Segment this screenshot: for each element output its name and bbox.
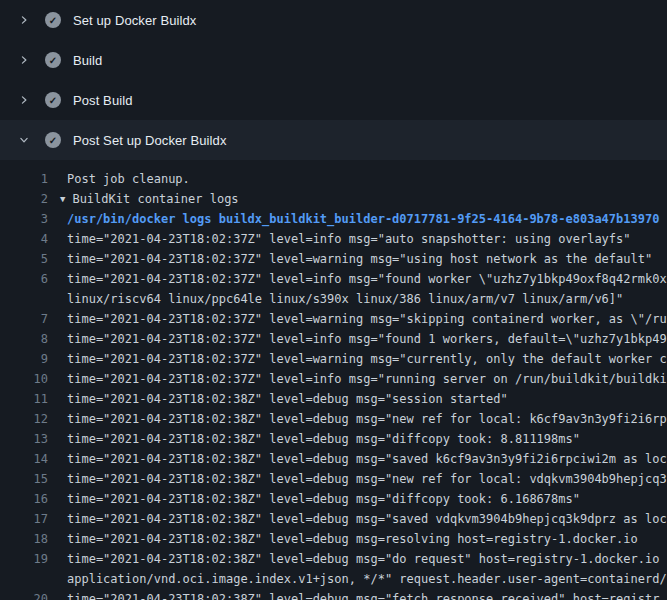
log-line: 8 time="2021-04-23T18:02:37Z" level=info… [0,329,667,349]
line-number[interactable]: 5 [0,249,60,269]
log-line: 11 time="2021-04-23T18:02:38Z" level=deb… [0,389,667,409]
line-number[interactable] [0,569,60,589]
line-text: time="2021-04-23T18:02:37Z" level=warnin… [67,249,652,269]
line-number[interactable]: 13 [0,429,60,449]
step-header-post-build[interactable]: ✓ Post Build [0,80,667,120]
group-toggle-icon[interactable] [60,489,67,509]
line-number[interactable]: 17 [0,509,60,529]
step-label: Set up Docker Buildx [73,13,196,28]
line-text: time="2021-04-23T18:02:38Z" level=debug … [67,529,638,549]
line-text: Post job cleanup. [67,169,190,189]
log-line: 15 time="2021-04-23T18:02:38Z" level=deb… [0,469,667,489]
line-number[interactable]: 8 [0,329,60,349]
line-number[interactable]: 18 [0,529,60,549]
group-toggle-icon[interactable] [60,389,67,409]
group-toggle-icon[interactable] [60,429,67,449]
check-circle-icon: ✓ [45,12,61,28]
step-header-post-set-up-docker-buildx[interactable]: ✓ Post Set up Docker Buildx [0,120,667,160]
line-text: time="2021-04-23T18:02:38Z" level=debug … [67,589,659,600]
line-text: time="2021-04-23T18:02:38Z" level=debug … [67,449,667,469]
group-toggle-icon[interactable] [60,509,67,529]
line-text: BuildKit container logs [72,189,238,209]
line-number[interactable]: 7 [0,309,60,329]
line-text: time="2021-04-23T18:02:37Z" level=info m… [67,229,631,249]
line-text: linux/riscv64 linux/ppc64le linux/s390x … [67,289,623,309]
line-text: time="2021-04-23T18:02:37Z" level=info m… [67,369,667,389]
check-circle-icon: ✓ [45,132,61,148]
group-toggle-icon[interactable] [60,229,67,249]
group-toggle-icon[interactable] [60,449,67,469]
log-line: linux/riscv64 linux/ppc64le linux/s390x … [0,289,667,309]
line-number[interactable]: 16 [0,489,60,509]
group-toggle-icon[interactable]: ▼ [60,189,72,209]
line-text: time="2021-04-23T18:02:38Z" level=debug … [67,549,667,569]
line-text: time="2021-04-23T18:02:38Z" level=debug … [67,389,508,409]
group-toggle-icon[interactable] [60,289,67,309]
line-number[interactable]: 10 [0,369,60,389]
step-header-build[interactable]: ✓ Build [0,40,667,80]
steps-list: ✓ Set up Docker Buildx ✓ Build ✓ Post Bu… [0,0,667,160]
group-toggle-icon[interactable] [60,249,67,269]
line-number[interactable]: 4 [0,229,60,249]
log-line: 16 time="2021-04-23T18:02:38Z" level=deb… [0,489,667,509]
line-number[interactable]: 20 [0,589,60,600]
group-toggle-icon[interactable] [60,529,67,549]
line-number[interactable]: 12 [0,409,60,429]
line-text: /usr/bin/docker logs buildx_buildkit_bui… [67,209,659,229]
log-line: 12 time="2021-04-23T18:02:38Z" level=deb… [0,409,667,429]
log-line: 5 time="2021-04-23T18:02:37Z" level=warn… [0,249,667,269]
log-line: 1 Post job cleanup. [0,169,667,189]
step-header-set-up-docker-buildx[interactable]: ✓ Set up Docker Buildx [0,0,667,40]
log-line: 17 time="2021-04-23T18:02:38Z" level=deb… [0,509,667,529]
line-number[interactable]: 11 [0,389,60,409]
line-text: time="2021-04-23T18:02:38Z" level=debug … [67,429,580,449]
line-number[interactable]: 6 [0,269,60,289]
line-number[interactable]: 3 [0,209,60,229]
line-number[interactable]: 15 [0,469,60,489]
log-line: application/vnd.oci.image.index.v1+json,… [0,569,667,589]
group-toggle-icon[interactable] [60,169,67,189]
line-number[interactable] [0,289,60,309]
group-toggle-icon[interactable] [60,269,67,289]
line-number[interactable]: 9 [0,349,60,369]
group-toggle-icon[interactable] [60,349,67,369]
chevron-icon [16,134,32,146]
line-text: application/vnd.oci.image.index.v1+json,… [67,569,667,589]
log-line: 20 time="2021-04-23T18:02:38Z" level=deb… [0,589,667,600]
log-line: 18 time="2021-04-23T18:02:38Z" level=deb… [0,529,667,549]
step-label: Build [73,53,102,68]
log-line: 2 ▼ BuildKit container logs [0,189,667,209]
group-toggle-icon[interactable] [60,409,67,429]
group-toggle-icon[interactable] [60,589,67,600]
group-toggle-icon[interactable] [60,469,67,489]
group-toggle-icon[interactable] [60,549,67,569]
log-line: 9 time="2021-04-23T18:02:37Z" level=warn… [0,349,667,369]
check-circle-icon: ✓ [45,92,61,108]
log-line: 14 time="2021-04-23T18:02:38Z" level=deb… [0,449,667,469]
line-text: time="2021-04-23T18:02:37Z" level=info m… [67,269,667,289]
line-text: time="2021-04-23T18:02:38Z" level=debug … [67,509,667,529]
check-circle-icon: ✓ [45,52,61,68]
line-text: time="2021-04-23T18:02:38Z" level=debug … [67,409,667,429]
chevron-icon [16,54,32,66]
group-toggle-icon[interactable] [60,309,67,329]
log-line: 6 time="2021-04-23T18:02:37Z" level=info… [0,269,667,289]
group-toggle-icon[interactable] [60,329,67,349]
line-number[interactable]: 19 [0,549,60,569]
log-line: 13 time="2021-04-23T18:02:38Z" level=deb… [0,429,667,449]
log-output: 1 Post job cleanup. 2 ▼ BuildKit contain… [0,160,667,600]
log-line: 4 time="2021-04-23T18:02:37Z" level=info… [0,229,667,249]
chevron-icon [16,94,32,106]
log-line: 3 /usr/bin/docker logs buildx_buildkit_b… [0,209,667,229]
line-text: time="2021-04-23T18:02:38Z" level=debug … [67,469,667,489]
group-toggle-icon[interactable] [60,569,67,589]
log-line: 10 time="2021-04-23T18:02:37Z" level=inf… [0,369,667,389]
log-line: 19 time="2021-04-23T18:02:38Z" level=deb… [0,549,667,569]
group-toggle-icon[interactable] [60,209,67,229]
line-number[interactable]: 1 [0,169,60,189]
line-number[interactable]: 2 [0,189,60,209]
line-number[interactable]: 14 [0,449,60,469]
line-text: time="2021-04-23T18:02:37Z" level=info m… [67,329,667,349]
group-toggle-icon[interactable] [60,369,67,389]
line-text: time="2021-04-23T18:02:38Z" level=debug … [67,489,580,509]
